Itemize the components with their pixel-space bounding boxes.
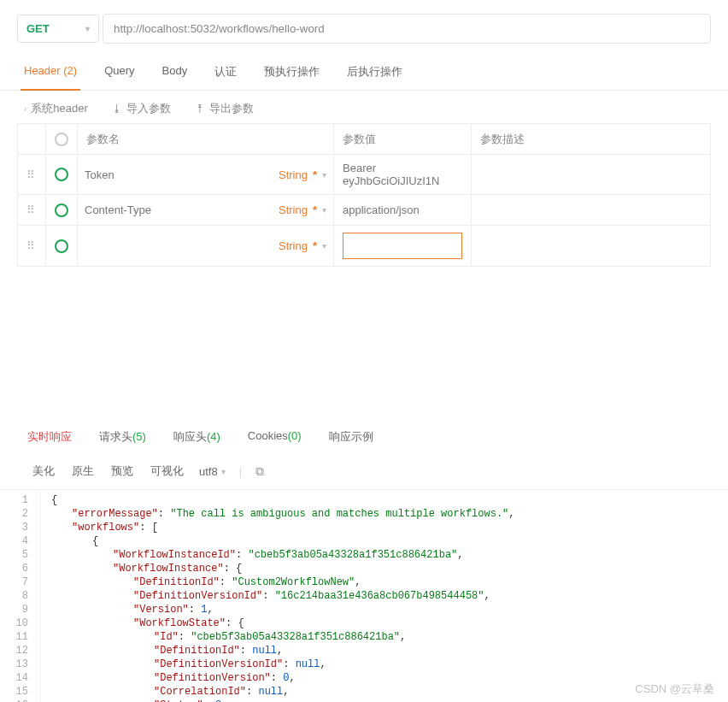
- visualize-button[interactable]: 可视化: [149, 460, 185, 482]
- required-icon: *: [313, 239, 317, 252]
- export-params-button[interactable]: ⭱导出参数: [195, 101, 254, 116]
- system-header-toggle[interactable]: ›系统header: [24, 101, 88, 116]
- table-header-row: 参数名 参数值 参数描述: [18, 124, 711, 155]
- param-value[interactable]: Bearer eyJhbGciOiJIUzI1N: [343, 162, 462, 187]
- subtools: ›系统header ⭳导入参数 ⭱导出参数: [0, 91, 728, 123]
- line-gutter: 12345678910111213141516: [0, 490, 41, 702]
- copy-icon[interactable]: ⧉: [255, 464, 264, 479]
- preview-button[interactable]: 预览: [109, 460, 135, 482]
- chevron-down-icon: ▾: [85, 24, 90, 33]
- row-check-icon[interactable]: [55, 204, 68, 217]
- check-all-icon[interactable]: [55, 133, 68, 146]
- export-icon: ⭱: [195, 103, 205, 115]
- url-input[interactable]: [103, 14, 711, 44]
- param-type: String: [279, 204, 308, 216]
- drag-handle-icon[interactable]: ⠿: [26, 204, 37, 216]
- param-desc[interactable]: [472, 226, 710, 266]
- tab-query[interactable]: Query: [101, 56, 138, 90]
- resp-tab-cookies[interactable]: Cookies(0): [248, 429, 302, 445]
- tab-auth[interactable]: 认证: [211, 56, 240, 90]
- method-select[interactable]: GET ▾: [17, 15, 99, 43]
- resp-tab-resphead[interactable]: 响应头(4): [173, 429, 220, 445]
- chevron-right-icon: ›: [24, 104, 26, 114]
- raw-button[interactable]: 原生: [70, 460, 96, 482]
- type-dropdown-icon[interactable]: ▾: [322, 170, 326, 180]
- response-area: 实时响应 请求头(5) 响应头(4) Cookies(0) 响应示例 美化 原生…: [0, 421, 728, 702]
- table-row: ⠿ String*▾: [18, 226, 711, 267]
- col-desc-label: 参数描述: [472, 124, 710, 154]
- response-tabs: 实时响应 请求头(5) 响应头(4) Cookies(0) 响应示例: [0, 421, 728, 453]
- chevron-down-icon: ▾: [221, 467, 226, 476]
- watermark: CSDN @云草桑: [635, 681, 714, 697]
- col-value-label: 参数值: [334, 124, 471, 154]
- tab-body[interactable]: Body: [159, 56, 191, 90]
- param-name[interactable]: Token: [85, 168, 114, 181]
- drag-handle-icon[interactable]: ⠿: [26, 168, 37, 181]
- param-desc[interactable]: [472, 195, 710, 225]
- table-row: ⠿ Content-TypeString*▾ application/json: [18, 195, 711, 226]
- request-tabs: Header (2) Query Body 认证 预执行操作 后执行操作: [0, 56, 728, 91]
- type-dropdown-icon[interactable]: ▾: [322, 205, 326, 215]
- import-params-button[interactable]: ⭳导入参数: [112, 101, 171, 116]
- import-icon: ⭳: [112, 103, 122, 115]
- response-body: 12345678910111213141516 { "errorMessage"…: [0, 490, 728, 702]
- param-value[interactable]: application/json: [343, 204, 420, 216]
- resp-tab-reqhead[interactable]: 请求头(5): [99, 429, 146, 445]
- header-params-table: 参数名 参数值 参数描述 ⠿ TokenString*▾ Bearer eyJh…: [17, 123, 711, 267]
- request-bar: GET ▾: [0, 10, 728, 50]
- tab-postop[interactable]: 后执行操作: [343, 56, 406, 90]
- param-desc[interactable]: [472, 155, 710, 194]
- row-check-icon[interactable]: [55, 168, 68, 181]
- resp-tab-example[interactable]: 响应示例: [329, 429, 373, 445]
- required-icon: *: [313, 204, 317, 216]
- param-type: String: [279, 168, 308, 181]
- resp-tab-live[interactable]: 实时响应: [27, 429, 72, 445]
- param-value-input[interactable]: [343, 233, 462, 259]
- type-dropdown-icon[interactable]: ▾: [322, 241, 326, 251]
- format-button[interactable]: 美化: [31, 460, 56, 482]
- code-lines[interactable]: { "errorMessage": "The call is ambiguous…: [41, 490, 515, 702]
- method-label: GET: [26, 22, 50, 35]
- param-type: String: [279, 239, 308, 252]
- tab-preop[interactable]: 预执行操作: [261, 56, 323, 90]
- drag-handle-icon[interactable]: ⠿: [26, 239, 37, 252]
- row-check-icon[interactable]: [55, 239, 68, 253]
- encoding-select[interactable]: utf8 ▾: [199, 465, 226, 478]
- tab-header[interactable]: Header (2): [21, 56, 80, 90]
- response-tools: 美化 原生 预览 可视化 utf8 ▾ | ⧉: [0, 453, 728, 490]
- required-icon: *: [313, 168, 317, 181]
- col-name-label: 参数名: [78, 124, 333, 154]
- param-name[interactable]: Content-Type: [85, 204, 151, 216]
- table-row: ⠿ TokenString*▾ Bearer eyJhbGciOiJIUzI1N: [18, 155, 711, 195]
